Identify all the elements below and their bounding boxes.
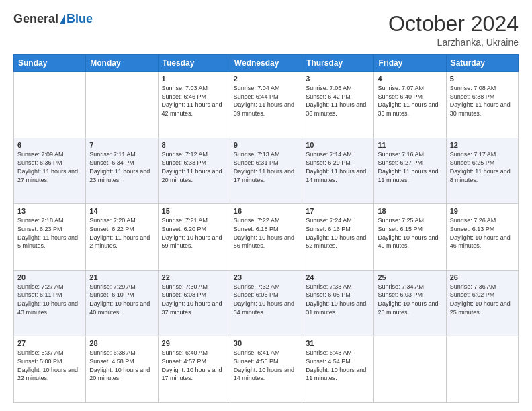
day-cell: 5Sunrise: 7:08 AMSunset: 6:38 PMDaylight… [446, 72, 518, 138]
day-info: Sunrise: 7:14 AMSunset: 6:29 PMDaylight:… [306, 150, 370, 184]
day-info: Sunrise: 7:34 AMSunset: 6:03 PMDaylight:… [378, 283, 442, 316]
day-info: Sunrise: 7:30 AMSunset: 6:08 PMDaylight:… [162, 283, 226, 316]
day-info: Sunrise: 7:32 AMSunset: 6:06 PMDaylight:… [234, 283, 298, 316]
day-info: Sunrise: 7:05 AMSunset: 6:42 PMDaylight:… [306, 84, 370, 118]
day-info: Sunrise: 6:43 AMSunset: 4:54 PMDaylight:… [306, 349, 370, 382]
day-cell: 15Sunrise: 7:21 AMSunset: 6:20 PMDayligh… [158, 204, 230, 271]
day-cell: 10Sunrise: 7:14 AMSunset: 6:29 PMDayligh… [302, 138, 374, 204]
day-cell: 21Sunrise: 7:29 AMSunset: 6:10 PMDayligh… [86, 270, 158, 336]
day-info: Sunrise: 7:29 AMSunset: 6:10 PMDaylight:… [89, 283, 154, 316]
day-cell [374, 336, 446, 403]
calendar-table: Sunday Monday Tuesday Wednesday Thursday… [13, 54, 519, 403]
week-row-3: 13Sunrise: 7:18 AMSunset: 6:23 PMDayligh… [14, 204, 519, 271]
week-row-1: 1Sunrise: 7:03 AMSunset: 6:46 PMDaylight… [14, 72, 519, 138]
day-number: 8 [162, 141, 226, 149]
day-cell: 6Sunrise: 7:09 AMSunset: 6:36 PMDaylight… [14, 138, 86, 204]
day-number: 26 [450, 273, 515, 281]
logo: General Blue [13, 12, 93, 26]
day-number: 5 [450, 75, 515, 83]
day-cell: 1Sunrise: 7:03 AMSunset: 6:46 PMDaylight… [158, 72, 230, 138]
day-info: Sunrise: 7:22 AMSunset: 6:18 PMDaylight:… [234, 216, 298, 250]
day-cell: 24Sunrise: 7:33 AMSunset: 6:05 PMDayligh… [302, 270, 374, 336]
day-cell: 13Sunrise: 7:18 AMSunset: 6:23 PMDayligh… [14, 204, 86, 271]
day-info: Sunrise: 6:41 AMSunset: 4:55 PMDaylight:… [234, 349, 298, 382]
day-cell: 29Sunrise: 6:40 AMSunset: 4:57 PMDayligh… [158, 336, 230, 403]
day-cell: 19Sunrise: 7:26 AMSunset: 6:13 PMDayligh… [446, 204, 518, 271]
day-number: 3 [306, 75, 370, 83]
day-cell: 20Sunrise: 7:27 AMSunset: 6:11 PMDayligh… [14, 270, 86, 336]
day-cell [14, 72, 86, 138]
day-cell: 4Sunrise: 7:07 AMSunset: 6:40 PMDaylight… [374, 72, 446, 138]
day-number: 12 [450, 141, 515, 149]
day-number: 6 [17, 141, 82, 149]
day-number: 13 [17, 207, 82, 215]
day-info: Sunrise: 7:11 AMSunset: 6:34 PMDaylight:… [89, 150, 154, 184]
day-info: Sunrise: 6:38 AMSunset: 4:58 PMDaylight:… [89, 349, 154, 382]
col-monday: Monday [86, 55, 158, 72]
day-number: 11 [378, 141, 442, 149]
day-number: 16 [234, 207, 298, 215]
day-info: Sunrise: 7:09 AMSunset: 6:36 PMDaylight:… [17, 150, 82, 184]
day-info: Sunrise: 7:12 AMSunset: 6:33 PMDaylight:… [162, 150, 226, 184]
day-cell: 9Sunrise: 7:13 AMSunset: 6:31 PMDaylight… [230, 138, 302, 204]
day-number: 2 [234, 75, 298, 83]
day-number: 22 [162, 273, 226, 281]
day-number: 1 [162, 75, 226, 83]
day-info: Sunrise: 7:27 AMSunset: 6:11 PMDaylight:… [17, 283, 82, 316]
day-cell: 3Sunrise: 7:05 AMSunset: 6:42 PMDaylight… [302, 72, 374, 138]
logo-arrow-icon [60, 15, 65, 24]
day-number: 19 [450, 207, 515, 215]
day-info: Sunrise: 7:16 AMSunset: 6:27 PMDaylight:… [378, 150, 442, 184]
day-info: Sunrise: 6:40 AMSunset: 4:57 PMDaylight:… [162, 349, 226, 382]
day-info: Sunrise: 7:04 AMSunset: 6:44 PMDaylight:… [234, 84, 298, 118]
day-number: 10 [306, 141, 370, 149]
day-cell: 11Sunrise: 7:16 AMSunset: 6:27 PMDayligh… [374, 138, 446, 204]
day-number: 30 [234, 339, 298, 347]
day-cell: 22Sunrise: 7:30 AMSunset: 6:08 PMDayligh… [158, 270, 230, 336]
day-number: 20 [17, 273, 82, 281]
col-friday: Friday [374, 55, 446, 72]
day-cell: 28Sunrise: 6:38 AMSunset: 4:58 PMDayligh… [86, 336, 158, 403]
day-number: 4 [378, 75, 442, 83]
day-cell: 12Sunrise: 7:17 AMSunset: 6:25 PMDayligh… [446, 138, 518, 204]
day-cell: 8Sunrise: 7:12 AMSunset: 6:33 PMDaylight… [158, 138, 230, 204]
logo-blue-text: Blue [66, 12, 93, 26]
day-number: 21 [89, 273, 154, 281]
day-cell: 2Sunrise: 7:04 AMSunset: 6:44 PMDaylight… [230, 72, 302, 138]
page: General Blue October 2024 Larzhanka, Ukr… [0, 0, 532, 411]
day-info: Sunrise: 7:25 AMSunset: 6:15 PMDaylight:… [378, 216, 442, 250]
day-info: Sunrise: 7:07 AMSunset: 6:40 PMDaylight:… [378, 84, 442, 118]
day-cell: 31Sunrise: 6:43 AMSunset: 4:54 PMDayligh… [302, 336, 374, 403]
week-row-5: 27Sunrise: 6:37 AMSunset: 5:00 PMDayligh… [14, 336, 519, 403]
day-number: 14 [89, 207, 154, 215]
day-cell: 17Sunrise: 7:24 AMSunset: 6:16 PMDayligh… [302, 204, 374, 271]
day-number: 18 [378, 207, 442, 215]
col-sunday: Sunday [14, 55, 86, 72]
day-cell: 14Sunrise: 7:20 AMSunset: 6:22 PMDayligh… [86, 204, 158, 271]
day-number: 15 [162, 207, 226, 215]
day-cell: 23Sunrise: 7:32 AMSunset: 6:06 PMDayligh… [230, 270, 302, 336]
day-info: Sunrise: 7:08 AMSunset: 6:38 PMDaylight:… [450, 84, 515, 118]
day-number: 23 [234, 273, 298, 281]
logo-general-text: General [13, 12, 58, 26]
day-info: Sunrise: 7:24 AMSunset: 6:16 PMDaylight:… [306, 216, 370, 250]
day-number: 7 [89, 141, 154, 149]
week-row-4: 20Sunrise: 7:27 AMSunset: 6:11 PMDayligh… [14, 270, 519, 336]
day-info: Sunrise: 6:37 AMSunset: 5:00 PMDaylight:… [17, 349, 82, 382]
day-info: Sunrise: 7:17 AMSunset: 6:25 PMDaylight:… [450, 150, 515, 184]
day-info: Sunrise: 7:03 AMSunset: 6:46 PMDaylight:… [162, 84, 226, 118]
day-cell: 30Sunrise: 6:41 AMSunset: 4:55 PMDayligh… [230, 336, 302, 403]
day-cell: 16Sunrise: 7:22 AMSunset: 6:18 PMDayligh… [230, 204, 302, 271]
day-number: 31 [306, 339, 370, 347]
day-number: 24 [306, 273, 370, 281]
title-block: October 2024 Larzhanka, Ukraine [388, 12, 519, 48]
day-info: Sunrise: 7:18 AMSunset: 6:23 PMDaylight:… [17, 216, 82, 250]
day-info: Sunrise: 7:26 AMSunset: 6:13 PMDaylight:… [450, 216, 515, 250]
day-cell [86, 72, 158, 138]
day-number: 25 [378, 273, 442, 281]
day-info: Sunrise: 7:36 AMSunset: 6:02 PMDaylight:… [450, 283, 515, 316]
col-wednesday: Wednesday [230, 55, 302, 72]
month-title: October 2024 [388, 12, 519, 36]
day-number: 28 [89, 339, 154, 347]
col-saturday: Saturday [446, 55, 518, 72]
